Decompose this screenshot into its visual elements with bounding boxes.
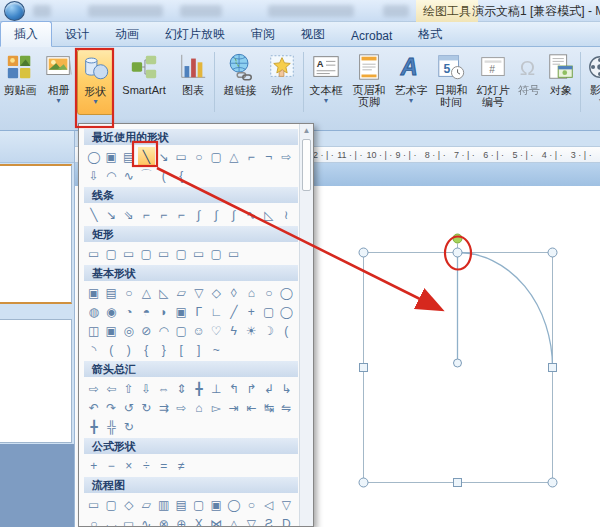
shape-glyph[interactable]: ⊘ bbox=[138, 321, 156, 340]
shape-glyph[interactable]: ☺ bbox=[190, 321, 208, 340]
shape-glyph[interactable]: ▭ bbox=[155, 244, 173, 263]
shape-glyph[interactable]: × bbox=[120, 456, 138, 475]
ribbon-button-动作[interactable]: 动作 bbox=[263, 49, 301, 115]
shape-glyph[interactable]: ╋ bbox=[190, 379, 208, 398]
shape-glyph[interactable]: ⇤ bbox=[243, 398, 261, 417]
ribbon-button-超链接[interactable]: 超链接 bbox=[217, 49, 263, 115]
shape-glyph[interactable]: ⌐ bbox=[173, 205, 191, 224]
shape-glyph[interactable]: ◊ bbox=[225, 283, 243, 302]
shape-glyph[interactable]: ◠ bbox=[155, 321, 173, 340]
shape-glyph[interactable]: ▭ bbox=[120, 514, 138, 527]
ribbon-button-形状[interactable]: 形状▾ bbox=[77, 49, 114, 115]
shape-glyph[interactable]: ▢ bbox=[103, 495, 121, 514]
shape-glyph[interactable]: ( bbox=[155, 166, 173, 185]
shape-glyph[interactable]: ⇥ bbox=[225, 398, 243, 417]
shape-glyph[interactable]: ◉ bbox=[103, 302, 121, 321]
shape-glyph[interactable]: ◇ bbox=[120, 495, 138, 514]
shape-glyph[interactable]: △ bbox=[138, 283, 156, 302]
shape-glyph[interactable]: − bbox=[103, 456, 121, 475]
shape-glyph[interactable]: ⇩ bbox=[85, 166, 103, 185]
shape-glyph[interactable]: ▽ bbox=[278, 495, 296, 514]
shape-glyph[interactable]: ▢ bbox=[190, 495, 208, 514]
tab-格式[interactable]: 格式 bbox=[405, 22, 455, 46]
shape-glyph[interactable]: Ƨ bbox=[260, 514, 278, 527]
shape-glyph[interactable]: + bbox=[243, 302, 261, 321]
shape-glyph[interactable]: ◺ bbox=[155, 283, 173, 302]
shape-glyph[interactable]: ∿ bbox=[120, 166, 138, 185]
shape-glyph[interactable]: } bbox=[155, 340, 173, 359]
shape-glyph[interactable]: ▥ bbox=[155, 495, 173, 514]
shape-glyph[interactable]: ▣ bbox=[85, 283, 103, 302]
shape-glyph[interactable]: ▣ bbox=[173, 302, 191, 321]
shape-glyph[interactable]: ◯ bbox=[225, 495, 243, 514]
quick-access-toolbar[interactable] bbox=[33, 5, 51, 17]
shape-glyph[interactable]: ↹ bbox=[260, 398, 278, 417]
ribbon-button-影片[interactable]: 影片▾ bbox=[583, 49, 600, 115]
shape-glyph[interactable]: ◯ bbox=[278, 283, 296, 302]
shape-glyph[interactable]: ◇ bbox=[208, 283, 226, 302]
shape-glyph[interactable]: ◁ bbox=[260, 495, 278, 514]
shape-glyph[interactable]: ↱ bbox=[243, 379, 261, 398]
shape-glyph[interactable]: ↷ bbox=[103, 398, 121, 417]
shape-glyph[interactable]: ○ bbox=[243, 495, 261, 514]
tab-设计[interactable]: 设计 bbox=[52, 22, 102, 46]
shape-glyph[interactable]: ○ bbox=[120, 283, 138, 302]
ribbon-button-对象[interactable]: 对象 bbox=[544, 49, 578, 115]
tab-幻灯片放映[interactable]: 幻灯片放映 bbox=[152, 22, 238, 46]
tab-视图[interactable]: 视图 bbox=[288, 22, 338, 46]
shape-glyph[interactable]: ¬ bbox=[260, 147, 278, 166]
shape-glyph[interactable]: ▤ bbox=[173, 495, 191, 514]
shape-glyph[interactable]: ∫ bbox=[190, 205, 208, 224]
ribbon-button-日期和时间[interactable]: 5日期和时间 bbox=[430, 49, 472, 115]
shape-glyph[interactable]: [ bbox=[173, 340, 191, 359]
ribbon-button-SmartArt[interactable]: SmartArt bbox=[114, 49, 174, 115]
ribbon-button-幻灯片编号[interactable]: #幻灯片编号 bbox=[472, 49, 514, 115]
tab-插入[interactable]: 插入 bbox=[0, 21, 52, 47]
shape-glyph[interactable]: ▭ bbox=[190, 244, 208, 263]
shape-glyph[interactable]: ( bbox=[278, 321, 296, 340]
shape-glyph[interactable]: ⋈ bbox=[208, 514, 226, 527]
scrollbar-thumb[interactable] bbox=[302, 139, 311, 191]
shape-glyph[interactable]: ⇨ bbox=[173, 398, 191, 417]
shape-glyph[interactable]: ↳ bbox=[278, 379, 296, 398]
shape-glyph[interactable]: ∿ bbox=[243, 205, 261, 224]
ribbon-button-剪贴画[interactable]: 剪贴画 bbox=[0, 49, 40, 115]
shape-glyph[interactable]: ~ bbox=[208, 340, 226, 359]
ribbon-button-相册[interactable]: 相册▾ bbox=[40, 49, 77, 115]
shape-glyph[interactable]: ⊕ bbox=[173, 514, 191, 527]
shape-glyph[interactable]: ▽ bbox=[190, 283, 208, 302]
tab-Acrobat[interactable]: Acrobat bbox=[338, 25, 405, 46]
shape-glyph[interactable]: ∫ bbox=[208, 205, 226, 224]
shape-glyph[interactable]: ☀ bbox=[243, 321, 261, 340]
shape-glyph[interactable]: △ bbox=[225, 147, 243, 166]
shape-glyph[interactable]: ↲ bbox=[260, 379, 278, 398]
shape-glyph[interactable]: ( bbox=[103, 340, 121, 359]
shape-glyph[interactable]: ⇕ bbox=[173, 379, 191, 398]
tab-动画[interactable]: 动画 bbox=[102, 22, 152, 46]
shape-glyph[interactable]: ⇦ bbox=[103, 379, 121, 398]
shape-glyph[interactable]: ◍ bbox=[85, 302, 103, 321]
shape-glyph[interactable]: ▤ bbox=[120, 147, 138, 166]
shape-glyph[interactable]: = bbox=[155, 456, 173, 475]
shape-glyph[interactable]: ↶ bbox=[85, 398, 103, 417]
shape-glyph[interactable]: ♡ bbox=[208, 321, 226, 340]
shape-glyph[interactable]: ◠ bbox=[103, 166, 121, 185]
shape-glyph[interactable]: ○ bbox=[85, 514, 103, 527]
shape-glyph[interactable]: ╋ bbox=[85, 417, 103, 436]
shape-glyph[interactable]: ∫ bbox=[225, 205, 243, 224]
shape-glyph[interactable]: ≀ bbox=[278, 205, 296, 224]
shape-glyph[interactable]: ϟ bbox=[225, 321, 243, 340]
shape-glyph[interactable]: ╲ bbox=[138, 147, 156, 166]
shape-glyph[interactable]: ╱ bbox=[225, 302, 243, 321]
shape-glyph[interactable]: ◫ bbox=[85, 321, 103, 340]
tab-审阅[interactable]: 审阅 bbox=[238, 22, 288, 46]
shape-glyph[interactable]: ▢ bbox=[103, 244, 121, 263]
shape-glyph[interactable]: ◓ bbox=[138, 302, 156, 321]
shape-glyph[interactable]: ∟ bbox=[208, 302, 226, 321]
shape-glyph[interactable]: ▻ bbox=[208, 398, 226, 417]
shape-glyph[interactable]: ≠ bbox=[173, 456, 191, 475]
shape-glyph[interactable]: ) bbox=[120, 340, 138, 359]
shape-glyph[interactable]: ] bbox=[190, 340, 208, 359]
ribbon-button-文本框[interactable]: A文本框▾ bbox=[306, 49, 346, 115]
shape-glyph[interactable]: ◡ bbox=[103, 514, 121, 527]
